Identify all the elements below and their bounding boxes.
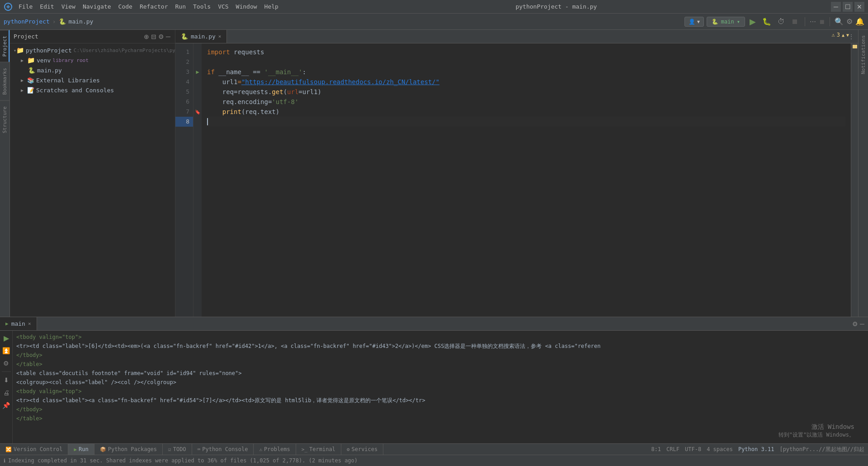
tab-more-button[interactable]: ⋮ [848,33,854,40]
stop-process-button[interactable]: ⏹ [819,18,825,25]
code-content[interactable]: import requests if __name__ == '__main__… [202,43,851,317]
venv-folder-icon: 📁 [27,57,35,64]
code-line-8[interactable] [207,117,845,127]
tree-scratches-item[interactable]: ▶ 📝 Scratches and Consoles [10,85,175,95]
run-tab-label: main [11,320,25,327]
rerun-button[interactable]: ▶ [1,333,12,343]
menu-code[interactable]: Code [115,2,136,11]
code-editor[interactable]: ⚠ 3 ▲ ▼ 1 2 3 4 5 6 7 8 ▶ [175,43,858,317]
bookmarks-side-tab[interactable]: Bookmarks [0,62,9,100]
problems-label: Problems [264,446,290,452]
services-label: Services [351,446,377,452]
tree-venv-item[interactable]: ▶ 📁 venv library root [10,55,175,65]
tab-label: main.py [191,33,216,40]
notifications-button[interactable]: 🔔 [855,17,864,26]
code-line-4: url1="https://beautifulsoup.readthedocs.… [207,77,845,87]
project-side-tab[interactable]: Project [0,30,9,62]
search-everywhere-button[interactable]: 🔍 [835,17,844,26]
menu-refactor[interactable]: Refactor [137,2,171,11]
print-btn[interactable]: 🖨 [1,387,12,398]
bb-terminal-tab[interactable]: >_ Terminal [296,444,341,455]
menu-file[interactable]: File [15,2,36,11]
editor-right-panel [851,43,858,317]
menu-window[interactable]: Window [233,2,260,11]
notifications-side-tab[interactable]: Notifications [859,30,868,80]
bb-python-console-tab[interactable]: ⌨ Python Console [192,444,254,455]
run-settings-btn[interactable]: ⚙ [1,358,12,369]
bottom-bar: 🔀 Version Control ▶ Run 📦 Python Package… [0,443,868,455]
menu-tools[interactable]: Tools [190,2,214,11]
stop-run-button[interactable]: ⏫ [1,345,12,356]
mainpy-tab[interactable]: 🐍 main.py × [175,30,227,43]
settings-button[interactable]: ⚙ [846,17,853,26]
code-line-3: if __name__ == '__main__': [207,67,845,77]
run-tab-close[interactable]: × [28,321,31,327]
close-button[interactable]: ✕ [854,2,864,12]
menu-navigate[interactable]: Navigate [80,2,114,11]
run-config-widget[interactable]: 🐍 main ▾ [707,17,745,27]
current-file-name: main.py [69,18,94,25]
run-gutter-3[interactable]: ▶ [193,67,202,77]
services-icon: ⚙ [347,447,350,452]
bottom-settings-button[interactable]: ⚙ [852,320,858,328]
project-tree: ▾ 📁 pythonProject C:\Users\zhihao\Pychar… [10,43,175,317]
tree-extlib-item[interactable]: ▶ 📚 External Libraries [10,75,175,85]
stop-button[interactable]: ⏹ [789,17,800,27]
line-num-8: 8 [175,117,193,127]
menu-vcs[interactable]: VCS [215,2,231,11]
bb-version-control-tab[interactable]: 🔀 Version Control [0,444,68,455]
bb-todo-tab[interactable]: ☑ TODO [163,444,192,455]
panel-minimize-button[interactable]: ─ [165,32,171,41]
debug-button[interactable]: 🐛 [760,16,773,27]
menu-view[interactable]: View [58,2,79,11]
output-content[interactable]: <tbody valign="top"> <tr><td class="labe… [13,331,868,443]
bb-python-packages-tab[interactable]: 📦 Python Packages [94,444,163,455]
run-with-coverage-button[interactable]: ⏱ [776,17,787,27]
line-num-5: 5 [175,87,193,97]
title-bar: File Edit View Navigate Code Refactor Ru… [0,0,868,14]
bb-problems-tab[interactable]: ⚠ Problems [254,444,296,455]
line-num-4: 4 [175,77,193,87]
line-numbers: 1 2 3 4 5 6 7 8 [175,43,193,317]
account-button[interactable]: 👤 ▾ [684,17,704,27]
current-file-icon: 🐍 [59,18,66,25]
packages-label: Python Packages [108,446,157,452]
menu-run[interactable]: Run [172,2,189,11]
tree-root-item[interactable]: ▾ 📁 pythonProject C:\Users\zhihao\Pychar… [10,45,175,55]
project-name[interactable]: pythonProject [4,18,50,25]
code-line-6: req.encoding='utf-8' [207,97,845,107]
output-line-6: <colgroup><col class="label" /><col /></… [16,378,864,387]
indent-size: 4 spaces [707,446,733,452]
extlib-icon: 📚 [27,77,34,84]
maximize-button[interactable]: ☐ [843,2,853,12]
menu-edit[interactable]: Edit [37,2,57,11]
packages-icon: 📦 [100,447,106,452]
cursor-position: 8:1 [651,446,661,452]
collapse-all-button[interactable]: ⊟ [150,32,157,41]
expand-all-button[interactable]: ⊕ [143,32,150,41]
output-line-2: <tr><td class="label">[6]</td><td><em>(<… [16,342,864,351]
pin-btn[interactable]: 📌 [1,400,12,411]
run-label: Run [79,446,89,452]
bottom-tab-run[interactable]: ▶ main × [0,317,37,330]
run-more-button[interactable]: ⋯ [810,18,816,25]
scroll-end-btn[interactable]: ⬇ [1,375,12,385]
line-num-7: 7 [175,107,193,117]
output-line-8: <tr><td class="label"><a class="fn-backr… [16,396,864,405]
error-indicator [853,45,857,48]
terminal-label: Terminal [309,446,335,452]
bottom-hide-button[interactable]: ─ [860,320,864,328]
code-line-2 [207,57,845,67]
bb-services-tab[interactable]: ⚙ Services [341,444,383,455]
bb-run-tab[interactable]: ▶ Run [68,444,94,455]
close-tab-icon[interactable]: × [218,33,222,39]
panel-settings-button[interactable]: ⚙ [157,32,165,41]
console-icon: ⌨ [198,447,201,452]
menu-help[interactable]: Help [261,2,282,11]
run-button[interactable]: ▶ [748,16,758,28]
encoding: UTF-8 [685,446,701,452]
structure-side-tab[interactable]: Structure [0,100,9,139]
tree-mainpy-item[interactable]: 🐍 main.py [10,65,175,75]
version-control-label: Version Control [14,446,62,452]
minimize-button[interactable]: ─ [831,2,841,12]
